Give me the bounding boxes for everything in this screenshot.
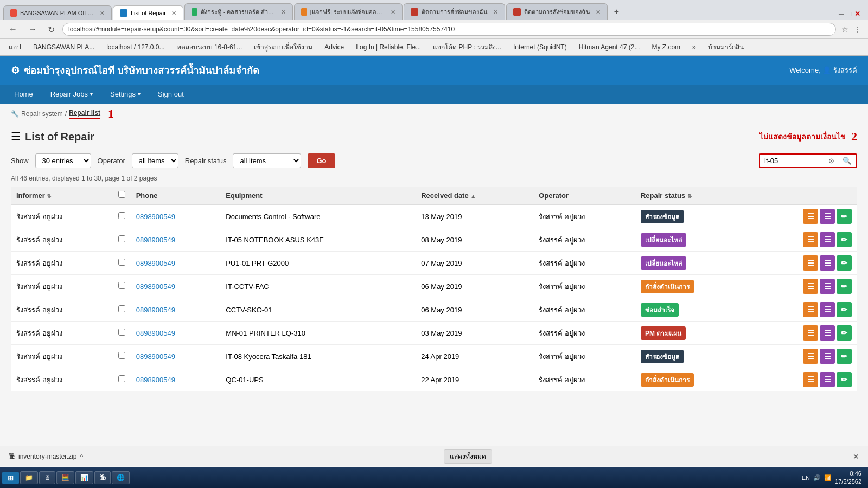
row-checkbox-2[interactable] xyxy=(118,259,125,266)
edit-button-3[interactable]: ☰ xyxy=(803,279,818,294)
list-button-0[interactable]: ☰ xyxy=(820,209,835,224)
bookmark-11[interactable]: บ้านมาร์กสิน xyxy=(705,41,747,53)
row-checkbox-1[interactable] xyxy=(118,235,125,242)
phone-link-1[interactable]: 0898900549 xyxy=(136,236,175,244)
phone-link-6[interactable]: 0898900549 xyxy=(136,352,175,361)
row-checkbox-3[interactable] xyxy=(118,282,125,289)
tab-5[interactable]: ติดตามการสั่งซ่อมของฉัน ✕ xyxy=(404,3,505,20)
tab-2-close[interactable]: ✕ xyxy=(171,10,176,17)
address-bar: ← → ↻ ☆ ⋮ xyxy=(0,20,868,39)
tab-3[interactable]: ดังกระทู้ - คลสารบอร์ด สำหรับกิจค... ✕ xyxy=(184,3,293,20)
phone-link-0[interactable]: 0898900549 xyxy=(136,213,175,221)
maximize-button[interactable]: □ xyxy=(847,10,851,18)
search-submit-button[interactable]: 🔍 xyxy=(838,155,856,167)
pencil-button-7[interactable]: ✏ xyxy=(837,372,852,387)
menu-icon[interactable]: ⋮ xyxy=(853,24,863,35)
list-button-7[interactable]: ☰ xyxy=(820,372,835,387)
bookmark-8[interactable]: Internet (SquidNT) xyxy=(510,42,570,52)
list-button-5[interactable]: ☰ xyxy=(820,325,835,341)
bookmark-10[interactable]: My Z.com xyxy=(648,42,684,52)
nav-repair-jobs[interactable]: Repair Jobs ▾ xyxy=(42,85,101,104)
edit-button-0[interactable]: ☰ xyxy=(803,209,818,224)
minimize-button[interactable]: ─ xyxy=(839,10,844,18)
row-checkbox-6[interactable] xyxy=(118,352,125,359)
edit-button-4[interactable]: ☰ xyxy=(803,302,818,317)
breadcrumb-parent[interactable]: Repair system xyxy=(21,110,63,118)
bookmark-star-icon[interactable]: ☆ xyxy=(840,24,850,35)
pencil-button-2[interactable]: ✏ xyxy=(837,255,852,271)
row-checkbox-7[interactable] xyxy=(118,375,125,382)
nav-signout[interactable]: Sign out xyxy=(149,85,193,104)
search-clear-button[interactable]: ⊗ xyxy=(825,155,838,167)
list-button-6[interactable]: ☰ xyxy=(820,349,835,364)
col-header-informer[interactable]: Informer ⇅ xyxy=(11,187,113,204)
col-header-received-date[interactable]: Received date ▲ xyxy=(416,187,533,204)
user-info: Welcome, 👤 รังสรรค์ xyxy=(789,65,857,76)
bookmark-3[interactable]: ทดสอบระบบ 16-8-61... xyxy=(174,41,246,53)
action-buttons-3: ☰ ☰ ✏ xyxy=(756,279,852,294)
edit-button-1[interactable]: ☰ xyxy=(803,232,818,247)
tab-3-close[interactable]: ✕ xyxy=(281,9,286,16)
tab-5-close[interactable]: ✕ xyxy=(493,9,498,16)
pencil-button-1[interactable]: ✏ xyxy=(837,232,852,247)
nav-home[interactable]: Home xyxy=(5,85,42,104)
tab-4-close[interactable]: ✕ xyxy=(391,9,395,16)
cell-checkbox-7 xyxy=(113,368,131,391)
tab-1[interactable]: BANGSAWAN PLAM OIL| Log in ✕ xyxy=(3,5,112,20)
list-button-4[interactable]: ☰ xyxy=(820,302,835,317)
forward-button[interactable]: → xyxy=(25,23,40,35)
go-button[interactable]: Go xyxy=(308,153,335,168)
url-input[interactable] xyxy=(62,23,836,36)
bookmark-2[interactable]: localhost / 127.0.0... xyxy=(103,42,168,52)
entries-select[interactable]: 10 entries 20 entries 30 entries 50 entr… xyxy=(35,153,91,168)
bookmark-1[interactable]: BANGSAWAN PLA... xyxy=(30,42,98,52)
phone-link-4[interactable]: 0898900549 xyxy=(136,306,175,314)
cell-equipment-5: MN-01 PRINTER LQ-310 xyxy=(220,322,416,345)
pencil-button-5[interactable]: ✏ xyxy=(837,325,852,341)
list-button-1[interactable]: ☰ xyxy=(820,232,835,247)
phone-link-7[interactable]: 0898900549 xyxy=(136,376,175,384)
row-checkbox-0[interactable] xyxy=(118,212,125,219)
cell-status-5: PM ตามแผน xyxy=(635,322,750,345)
phone-link-3[interactable]: 0898900549 xyxy=(136,282,175,291)
edit-button-7[interactable]: ☰ xyxy=(803,372,818,387)
bookmark-9[interactable]: Hitman Agent 47 (2... xyxy=(576,42,643,52)
nav-settings[interactable]: Settings ▾ xyxy=(101,85,149,104)
bookmark-more[interactable]: » xyxy=(689,42,699,52)
operator-select[interactable]: all items รังสรรค์ xyxy=(132,153,178,168)
bookmark-6[interactable]: Log In | Reliable, Fle... xyxy=(353,42,424,52)
new-tab-button[interactable]: + xyxy=(609,4,624,20)
edit-button-2[interactable]: ☰ xyxy=(803,255,818,271)
pencil-button-4[interactable]: ✏ xyxy=(837,302,852,317)
bookmark-5[interactable]: Advice xyxy=(321,42,347,52)
tab-2[interactable]: List of Repair ✕ xyxy=(113,5,183,20)
tab-6-close[interactable]: ✕ xyxy=(596,9,601,16)
col-header-repair-status[interactable]: Repair status ⇅ xyxy=(635,187,750,204)
cell-phone-3: 0898900549 xyxy=(131,275,221,298)
repair-status-select[interactable]: all items สำรองข้อมูล เปลี่ยนอะไหล่ กำสั… xyxy=(233,153,301,168)
tab-4[interactable]: [แจกฟรี] ระบบแจ้งซ่อมออนไลน์ PH... ✕ xyxy=(294,3,403,20)
reload-button[interactable]: ↻ xyxy=(44,23,58,36)
back-button[interactable]: ← xyxy=(5,23,21,35)
edit-button-6[interactable]: ☰ xyxy=(803,349,818,364)
bookmark-4[interactable]: เข้าสู่ระบบเพื่อใช้งาน xyxy=(251,41,316,53)
list-button-2[interactable]: ☰ xyxy=(820,255,835,271)
close-window-button[interactable]: ✕ xyxy=(854,10,860,18)
list-button-3[interactable]: ☰ xyxy=(820,279,835,294)
tab-6[interactable]: ติดตามการสั่งซ่อมของฉัน ✕ xyxy=(506,3,608,20)
table-row: รังสรรค์ อยู่ผ่วง 0898900549 PU1-01 PRT … xyxy=(11,252,857,275)
search-input[interactable] xyxy=(760,155,825,167)
row-checkbox-5[interactable] xyxy=(118,329,125,336)
bookmark-7[interactable]: แจกโค้ด PHP : รวมสิ่ง... xyxy=(430,41,505,53)
phone-link-2[interactable]: 0898900549 xyxy=(136,259,175,267)
select-all-checkbox[interactable] xyxy=(118,191,125,198)
pencil-button-3[interactable]: ✏ xyxy=(837,279,852,294)
tab-1-close[interactable]: ✕ xyxy=(100,10,105,17)
phone-link-5[interactable]: 0898900549 xyxy=(136,329,175,337)
pencil-button-0[interactable]: ✏ xyxy=(837,209,852,224)
row-checkbox-4[interactable] xyxy=(118,305,125,312)
edit-button-5[interactable]: ☰ xyxy=(803,325,818,341)
bookmark-apps[interactable]: แอป xyxy=(5,41,24,53)
cell-operator-2: รังสรรค์ อยู่ผ่วง xyxy=(533,252,635,275)
pencil-button-6[interactable]: ✏ xyxy=(837,349,852,364)
